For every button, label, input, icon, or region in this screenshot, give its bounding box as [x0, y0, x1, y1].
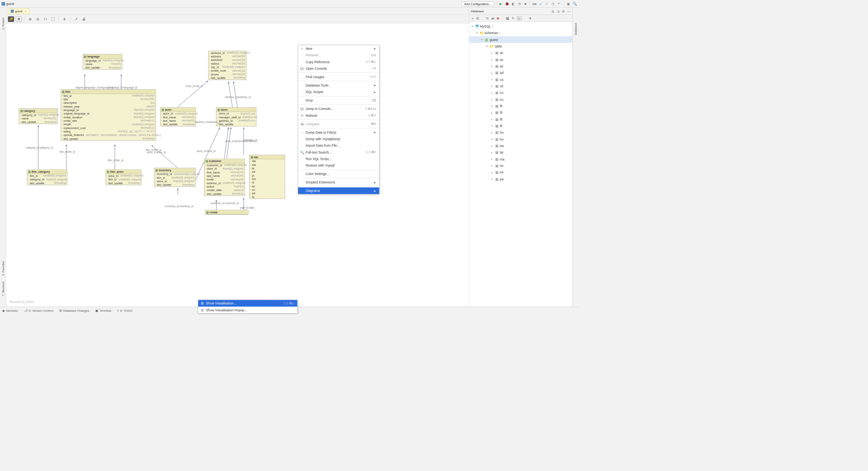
tree-table[interactable]: ▸▦ho: [469, 129, 572, 136]
zoom-in-button[interactable]: ⊕: [27, 16, 33, 22]
menu-item[interactable]: Copy Reference⌥⇧⌘C: [298, 59, 379, 65]
run-icon[interactable]: ▶: [498, 1, 503, 6]
ide-icon[interactable]: ▣: [566, 1, 571, 6]
tree-table[interactable]: ▸▦ho: [469, 136, 572, 142]
refresh-button[interactable]: ↻: [486, 16, 489, 20]
all-fields-button[interactable]: ▤: [16, 16, 22, 22]
er-table-address[interactable]: address_idsmallint(5) unsignedaddressvar…: [208, 51, 246, 80]
tree-table[interactable]: ▸▦mi: [469, 169, 572, 175]
console-icon[interactable]: QL: [517, 16, 522, 20]
er-table-rental[interactable]: rental: [205, 210, 248, 215]
menu-item[interactable]: QLOpen ConsoleF4: [298, 65, 379, 72]
menu-item[interactable]: +New▶: [298, 45, 379, 52]
stop-icon[interactable]: ■: [523, 1, 528, 6]
submenu-item[interactable]: ⊞Show Visualisation...⌥⇧⌘U: [198, 300, 297, 306]
tree-table[interactable]: ▸▦pa: [469, 176, 572, 182]
add-configuration[interactable]: Add Configuration...: [462, 2, 494, 6]
commit-icon[interactable]: ✓: [544, 1, 549, 6]
bottom-item[interactable]: ⊞Database Changes: [59, 309, 90, 312]
menu-item[interactable]: Dump with 'mysqldump': [298, 136, 379, 142]
tree-mysql[interactable]: ▼🐬MySQL 2: [469, 23, 572, 29]
revert-icon[interactable]: ↶: [556, 1, 561, 6]
project-tool[interactable]: 1: Project: [2, 18, 5, 30]
submenu-item[interactable]: ⊞Show Visualisation Popup...: [198, 307, 297, 313]
table-view-icon[interactable]: ▦: [506, 16, 509, 20]
export-button[interactable]: ↗: [73, 16, 79, 22]
menu-item[interactable]: Color Settings...: [298, 170, 379, 177]
menu-item[interactable]: Diagrams▶: [298, 187, 379, 194]
menu-item[interactable]: Scripted Extensions▶: [298, 179, 379, 185]
collapse-icon[interactable]: ⇲: [557, 9, 560, 13]
debug-icon[interactable]: 🐞: [504, 1, 509, 6]
history-icon[interactable]: ◷: [550, 1, 555, 6]
stop-button[interactable]: ■: [497, 16, 499, 20]
add-datasource-button[interactable]: ＋: [471, 16, 474, 21]
menu-item[interactable]: QLJump to Console...⇧⌘F10: [298, 105, 379, 112]
er-table-film_actor[interactable]: film_actoractor_idsmallint(5) unsignedfi…: [106, 170, 141, 185]
tree-guest[interactable]: ▼▦guest: [469, 36, 572, 43]
tree-table[interactable]: ▸▦co: [469, 89, 572, 96]
sync-button[interactable]: ⇄: [491, 16, 494, 20]
menu-item[interactable]: ↓Dump Data to File(s)▶: [298, 129, 379, 136]
focus-icon[interactable]: ⊕: [551, 9, 555, 13]
menu-item[interactable]: Restore with 'mysql': [298, 162, 379, 168]
menu-item[interactable]: ⇆Compare⌘D: [298, 121, 379, 127]
profile-icon[interactable]: ◔: [517, 1, 522, 6]
er-table-category[interactable]: categorycategory_idtinyint(3) unsignedna…: [19, 108, 57, 124]
edit-icon[interactable]: ✎: [512, 16, 514, 20]
menu-item[interactable]: SQL Scripts▶: [298, 88, 379, 95]
menu-item[interactable]: Database Tools▶: [298, 82, 379, 88]
menu-item[interactable]: Import Data from File...: [298, 142, 379, 149]
tree-schemas[interactable]: ▼📁schemas 2: [469, 29, 572, 36]
er-table-film[interactable]: filmfilm_idsmallint(5) unsignedtitlevarc…: [61, 89, 156, 141]
hide-icon[interactable]: —: [567, 9, 571, 13]
tree-table[interactable]: ▸▦ac: [469, 63, 572, 69]
er-table-language[interactable]: languagelanguage_idtinyint(3) unsignedna…: [83, 54, 122, 70]
bottom-item[interactable]: ▣Terminal: [95, 309, 111, 312]
tree-table[interactable]: ▸▦ma: [469, 156, 572, 162]
duplicate-button[interactable]: ⧉: [476, 16, 479, 20]
fit-button[interactable]: ⛶: [50, 16, 56, 22]
tree-table[interactable]: ▸▦fil: [469, 103, 572, 109]
zoom-reset-button[interactable]: 1:1: [42, 16, 49, 22]
diagram-canvas[interactable]: Powered by yFiles languagelanguage_idtin…: [7, 23, 469, 306]
er-table-inventory[interactable]: inventoryinventory_idmediumint(8) unsign…: [154, 168, 196, 187]
menu-item[interactable]: 🔍Full-text Search...⌥⇧⌘F: [298, 149, 379, 155]
tree-table[interactable]: ▸▦fil: [469, 109, 572, 116]
close-tab-icon[interactable]: ×: [25, 9, 27, 13]
bottom-item[interactable]: ▶Services: [3, 309, 18, 312]
update-icon[interactable]: ↙: [538, 1, 543, 6]
tree-table[interactable]: ▸▦mi: [469, 162, 572, 169]
menu-item[interactable]: Rename...⇧F6: [298, 52, 379, 58]
menu-item[interactable]: Run SQL Script...: [298, 155, 379, 162]
tree-table[interactable]: ▸▦cit: [469, 83, 572, 89]
key-fields-button[interactable]: 🔑: [8, 16, 14, 22]
bottom-item[interactable]: ⎇9: Version Control: [24, 309, 53, 312]
menu-item[interactable]: ↻Refresh⌥⌘Y: [298, 112, 379, 119]
filter-button[interactable]: ▼: [529, 16, 532, 20]
settings-icon[interactable]: ⚙: [562, 9, 565, 13]
bottom-item[interactable]: ≡6: TODO: [117, 309, 132, 312]
structure-tool[interactable]: 7: Structure: [2, 281, 5, 296]
tree-tables[interactable]: ▼📁table: [469, 43, 572, 49]
tree-table[interactable]: ▸▦ad: [469, 69, 572, 76]
tree-table[interactable]: ▸▦inv: [469, 142, 572, 149]
tree-table[interactable]: ▸▦ac: [469, 56, 572, 63]
print-button[interactable]: 🖨: [81, 16, 87, 22]
er-table-sta[interactable]: stastastalaadpiemstacuspala: [249, 155, 285, 199]
zoom-out-button[interactable]: ⊖: [35, 16, 41, 22]
er-table-store[interactable]: storestore_idtinyint(3) unsmanager_staff…: [216, 107, 256, 126]
tree-table[interactable]: ▸▦ac: [469, 49, 572, 56]
favorites-tool[interactable]: 2: Favorites: [2, 261, 5, 275]
er-table-actor[interactable]: actoractor_idsmallint(5) unsignedfirst_n…: [160, 107, 196, 126]
er-table-film_category[interactable]: film_categoryfilm_idsmallint(5) unsigned…: [27, 170, 67, 185]
menu-item[interactable]: Drop⌫: [298, 97, 379, 103]
tree-table[interactable]: ▸▦ca: [469, 76, 572, 83]
database-tool[interactable]: Database: [574, 23, 577, 35]
menu-item[interactable]: Find Usages⌥F7: [298, 74, 379, 80]
tree-table[interactable]: ▸▦lar: [469, 149, 572, 155]
coverage-icon[interactable]: ◧: [511, 1, 516, 6]
tree-table[interactable]: ▸▦fil: [469, 123, 572, 129]
layout-button[interactable]: ⋔: [62, 16, 68, 22]
search-everywhere-icon[interactable]: 🔍: [572, 1, 577, 6]
